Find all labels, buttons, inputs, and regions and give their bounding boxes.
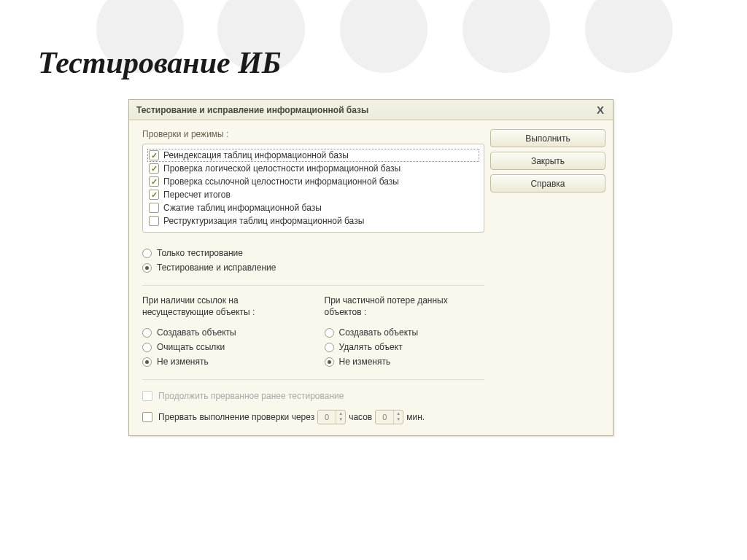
interrupt-label: Прервать выполнение проверки через [158,412,314,422]
spinner-up-icon[interactable]: ▲ [394,411,403,416]
ref-left-create[interactable]: Создавать объекты [142,325,303,340]
separator [142,379,484,380]
hours-spinner[interactable]: 0 ▲ ▼ [317,410,346,424]
radio-icon[interactable] [142,357,152,367]
radio-label: Не изменять [157,357,209,367]
mode-test-and-fix[interactable]: Тестирование и исправление [142,260,484,275]
radio-icon[interactable] [325,328,334,338]
resume-label: Продолжить прерванное ранее тестирование [158,391,344,401]
decoration-circle [585,0,673,73]
checkbox-icon [142,391,152,401]
check-recalc[interactable]: Пересчет итогов [147,188,479,201]
check-label: Пересчет итогов [163,190,231,200]
check-restructure[interactable]: Реструктуризация таблиц информационной б… [147,214,479,228]
minutes-suffix: мин. [406,412,425,422]
radio-icon[interactable] [142,328,152,338]
decoration-circle [340,0,427,73]
dialog-title: Тестирование и исправление информационно… [136,105,368,115]
checkbox-icon[interactable] [149,163,159,174]
check-compress[interactable]: Сжатие таблиц информационной базы [147,201,479,214]
title-bar: Тестирование и исправление информационно… [129,100,613,120]
dialog-window: Тестирование и исправление информационно… [128,99,614,436]
execute-button[interactable]: Выполнить [490,129,605,147]
ref-fix-columns: При наличии ссылок на несуществующие объ… [142,295,484,369]
close-icon[interactable]: X [594,104,607,116]
check-logical[interactable]: Проверка логической целостности информац… [147,162,479,175]
hours-value: 0 [318,413,336,421]
ref-right-delete[interactable]: Удалять объект [325,340,485,354]
checks-label: Проверки и режимы : [142,129,484,139]
radio-icon[interactable] [142,263,152,273]
check-label: Реструктуризация таблиц информационной б… [163,216,364,226]
checkbox-icon[interactable] [149,203,159,213]
ref-left-keep[interactable]: Не изменять [142,354,303,369]
resume-checkbox-row: Продолжить прерванное ранее тестирование [142,389,484,403]
radio-label: Очищать ссылки [157,342,225,352]
spinner-up-icon[interactable]: ▲ [336,411,345,416]
slide-title: Тестирование ИБ [38,45,282,80]
checkbox-icon[interactable] [149,176,159,187]
mode-test-only[interactable]: Только тестирование [142,246,484,260]
check-label: Сжатие таблиц информационной базы [163,203,322,213]
spinner-down-icon[interactable]: ▼ [336,416,345,422]
spinner-down-icon[interactable]: ▼ [394,416,403,422]
minutes-value: 0 [376,413,393,421]
check-referential[interactable]: Проверка ссылочной целостности информаци… [147,175,479,188]
button-column: Выполнить Закрыть Справка [490,129,605,197]
ref-right-create[interactable]: Создавать объекты [325,325,485,340]
ref-left-clear[interactable]: Очищать ссылки [142,340,303,354]
close-button[interactable]: Закрыть [490,152,605,170]
radio-label: Не изменять [339,357,391,367]
radio-icon[interactable] [142,249,152,258]
radio-label: Тестирование и исправление [157,262,276,273]
check-label: Проверка логической целостности информац… [163,163,400,174]
help-button[interactable]: Справка [490,174,605,192]
radio-label: Создавать объекты [157,327,236,338]
checkbox-icon[interactable] [149,150,159,160]
check-reindex[interactable]: Реиндексация таблиц информационной базы [147,149,479,162]
decoration-circle [462,0,550,73]
radio-label: Создавать объекты [339,327,419,338]
radio-icon[interactable] [325,357,334,367]
check-label: Реиндексация таблиц информационной базы [163,150,349,160]
checks-group: Реиндексация таблиц информационной базы … [142,144,484,233]
interrupt-checkbox-row[interactable]: Прервать выполнение проверки через 0 ▲ ▼… [142,408,484,427]
radio-label: Только тестирование [157,248,243,258]
checkbox-icon[interactable] [142,412,152,422]
ref-left-heading: При наличии ссылок на несуществующие объ… [142,295,303,318]
radio-icon[interactable] [142,343,152,352]
radio-label: Удалять объект [339,342,403,352]
radio-icon[interactable] [325,343,334,352]
checkbox-icon[interactable] [149,216,159,226]
minutes-spinner[interactable]: 0 ▲ ▼ [375,410,403,424]
check-label: Проверка ссылочной целостности информаци… [163,176,399,187]
ref-right-heading: При частичной потере данных объектов : [325,295,485,318]
checkbox-icon[interactable] [149,190,159,200]
hours-suffix: часов [349,412,372,422]
mode-radio-group: Только тестирование Тестирование и испра… [142,246,484,275]
ref-right-keep[interactable]: Не изменять [325,354,485,369]
separator [142,285,484,286]
